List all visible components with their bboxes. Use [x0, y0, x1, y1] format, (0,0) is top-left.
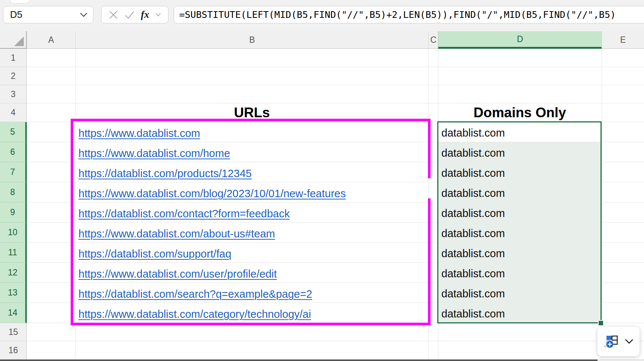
cell-d13-domain[interactable]: datablist.com — [441, 283, 598, 303]
column-header-d[interactable]: D — [438, 31, 602, 49]
row-header-3[interactable]: 3 — [0, 85, 27, 103]
annotation-box-right-upper — [428, 119, 431, 178]
cell-d6-domain[interactable]: datablist.com — [441, 142, 598, 162]
cell-b10-url-link[interactable]: https://www.datablist.com/about-us#team — [78, 223, 275, 243]
formula-bar-area: D5 fx =SUBSTITUTE(LEFT(MID(B5,FIND("//",… — [0, 0, 644, 32]
row-header-6[interactable]: 6 — [0, 142, 27, 162]
name-box-value: D5 — [10, 9, 80, 20]
grid-row — [27, 323, 644, 341]
cell-b5-url-link[interactable]: https://www.datablist.com — [78, 122, 200, 142]
row-header-8[interactable]: 8 — [0, 182, 27, 202]
toolbar-stub — [10, 0, 30, 4]
cell-d8-domain[interactable]: datablist.com — [441, 182, 598, 202]
spreadsheet-app: D5 fx =SUBSTITUTE(LEFT(MID(B5,FIND("//",… — [0, 0, 644, 361]
cell-d14-domain[interactable]: datablist.com — [441, 303, 598, 323]
bottom-bar — [0, 360, 598, 361]
cell-d11-domain[interactable]: datablist.com — [441, 243, 598, 263]
row-header-14[interactable]: 14 — [0, 303, 27, 323]
cell-b8-url-link[interactable]: https://www.datablist.com/blog/2023/10/0… — [78, 182, 346, 202]
grid-row — [27, 67, 644, 85]
row-header-1[interactable]: 1 — [0, 49, 27, 67]
column-header-a[interactable]: A — [27, 31, 75, 49]
row-header-4[interactable]: 4 — [0, 103, 27, 122]
row-header-2[interactable]: 2 — [0, 67, 27, 85]
annotation-box-top — [71, 119, 431, 121]
cell-d9-domain[interactable]: datablist.com — [441, 202, 598, 223]
cell-b9-url-link[interactable]: https://datablist.com/contact?form=feedb… — [78, 202, 290, 223]
selection-border-left — [437, 121, 438, 323]
quick-analysis-icon — [603, 335, 619, 348]
cell-d4-domains-title[interactable]: Domains Only — [438, 103, 602, 122]
cancel-icon[interactable] — [109, 10, 118, 20]
formula-input[interactable]: =SUBSTITUTE(LEFT(MID(B5,FIND("//",B5)+2,… — [174, 6, 644, 23]
cell-b13-url-link[interactable]: https://datablist.com/search?q=example&p… — [78, 283, 312, 303]
annotation-box-right-lower — [428, 198, 431, 325]
cell-b6-url-link[interactable]: https://www.datablist.com/home — [78, 142, 230, 162]
enter-check-icon[interactable] — [125, 10, 135, 20]
fx-chevron-down-icon[interactable] — [155, 13, 161, 17]
select-all-corner[interactable] — [0, 31, 27, 49]
cell-b12-url-link[interactable]: https://www.datablist.com/user/profile/e… — [78, 263, 277, 283]
row-header-11[interactable]: 11 — [0, 243, 27, 263]
row-header-13[interactable]: 13 — [0, 283, 27, 303]
grid-row — [27, 341, 644, 360]
cell-b11-url-link[interactable]: https://datablist.com/support/faq — [78, 243, 231, 263]
fill-handle[interactable] — [598, 320, 604, 326]
formula-text: =SUBSTITUTE(LEFT(MID(B5,FIND("//",B5)+2,… — [179, 9, 616, 20]
gridline — [75, 49, 76, 360]
formula-buttons: fx — [101, 6, 168, 23]
cell-d10-domain[interactable]: datablist.com — [441, 223, 598, 243]
row-header-16[interactable]: 16 — [0, 341, 27, 360]
insert-function-button[interactable]: fx — [141, 9, 149, 20]
cell-d12-domain[interactable]: datablist.com — [441, 263, 598, 283]
select-all-triangle-icon — [14, 36, 24, 46]
row-header-15[interactable]: 15 — [0, 323, 27, 341]
chevron-down-icon[interactable] — [80, 12, 88, 17]
column-header-e[interactable]: E — [602, 31, 644, 49]
name-box[interactable]: D5 — [3, 6, 93, 23]
row-header-7[interactable]: 7 — [0, 162, 27, 182]
annotation-box-bottom — [71, 323, 431, 325]
selection-border-right — [600, 121, 602, 323]
selection-border-top — [437, 121, 602, 122]
selection-border-bottom — [437, 322, 602, 323]
row-header-10[interactable]: 10 — [0, 223, 27, 243]
cell-b7-url-link[interactable]: https://datablist.com/products/12345 — [78, 162, 252, 182]
quick-analysis-chevron-icon[interactable] — [625, 339, 634, 344]
row-header-12[interactable]: 12 — [0, 263, 27, 283]
gridline — [602, 49, 602, 360]
row-header-9[interactable]: 9 — [0, 202, 27, 223]
cell-b14-url-link[interactable]: https://www.datablist.com/category/techn… — [78, 303, 311, 323]
grid-row — [27, 85, 644, 103]
row-header-5[interactable]: 5 — [0, 122, 27, 142]
column-header-c[interactable]: C — [428, 31, 438, 49]
cell-d7-domain[interactable]: datablist.com — [441, 162, 598, 182]
grid-row — [27, 49, 644, 67]
annotation-box-left — [71, 119, 73, 325]
quick-analysis-button[interactable] — [598, 327, 640, 356]
cell-d5-domain[interactable]: datablist.com — [441, 122, 598, 142]
column-header-b[interactable]: B — [75, 31, 428, 49]
